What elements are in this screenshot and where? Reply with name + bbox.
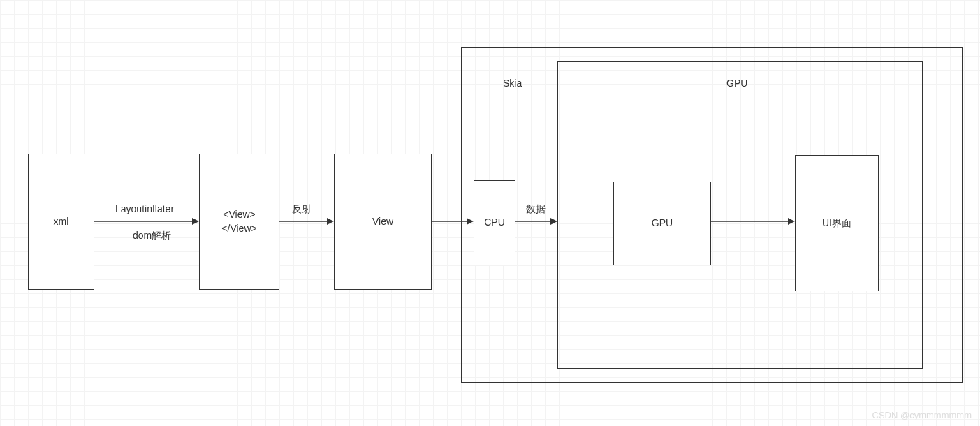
- svg-marker-1: [192, 218, 199, 225]
- view-box: View: [334, 154, 432, 290]
- svg-marker-3: [327, 218, 334, 225]
- watermark: CSDN @cymmmmmmm: [872, 410, 972, 420]
- layoutinflater-label: Layoutinflater: [115, 203, 174, 214]
- skia-label: Skia: [503, 78, 522, 89]
- gpu-inner-box: GPU: [613, 182, 711, 265]
- view-tag-box: <View> </View>: [199, 154, 279, 290]
- reflect-label: 反射: [292, 203, 312, 216]
- xml-box: xml: [28, 154, 94, 290]
- xml-label: xml: [54, 215, 69, 229]
- ui-box: UI界面: [795, 155, 879, 291]
- view-tag-line1: <View>: [223, 208, 255, 222]
- gpu-outer-label: GPU: [726, 78, 747, 89]
- arrow-viewtag-to-view: [279, 221, 334, 222]
- data-label: 数据: [526, 203, 546, 216]
- ui-label: UI界面: [822, 216, 851, 230]
- view-label: View: [372, 215, 393, 229]
- cpu-label: CPU: [484, 216, 505, 230]
- arrow-cpu-to-gpu: [515, 221, 557, 222]
- arrow-xml-to-viewtag: [94, 221, 199, 222]
- cpu-box: CPU: [474, 180, 515, 265]
- gpu-inner-label: GPU: [652, 216, 673, 230]
- dom-parse-label: dom解析: [133, 230, 171, 242]
- arrow-gpu-to-ui: [711, 221, 795, 222]
- view-tag-line2: </View>: [221, 222, 256, 236]
